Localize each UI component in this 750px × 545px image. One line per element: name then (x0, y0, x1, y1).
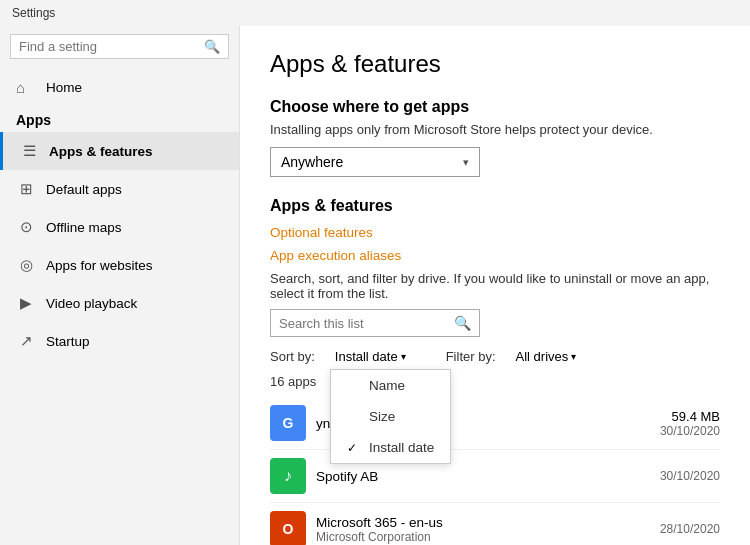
search-sort-description: Search, sort, and filter by drive. If yo… (270, 271, 720, 301)
title-bar: Settings (0, 0, 750, 26)
app-icon-office: O (270, 511, 306, 545)
apps-websites-label: Apps for websites (46, 258, 153, 273)
video-playback-label: Video playback (46, 296, 137, 311)
apps-features-section-title: Apps & features (270, 197, 720, 215)
search-list-box[interactable]: 🔍 (270, 309, 480, 337)
app-publisher-office: Microsoft Corporation (316, 530, 660, 544)
page-title: Apps & features (270, 50, 720, 78)
sidebar-section-label: Apps (0, 106, 239, 132)
app-date-spotify: 30/10/2020 (660, 469, 720, 483)
sidebar: 🔍 ⌂ Home Apps ☰ Apps & features ⊞ Defaul… (0, 26, 240, 545)
app-name-office: Microsoft 365 - en-us (316, 515, 660, 530)
search-list-icon: 🔍 (454, 315, 471, 331)
app-icon-spotify: ♪ (270, 458, 306, 494)
sidebar-item-startup[interactable]: ↗ Startup (0, 322, 239, 360)
sort-by-label: Sort by: (270, 349, 315, 364)
default-apps-label: Default apps (46, 182, 122, 197)
search-box[interactable]: 🔍 (10, 34, 229, 59)
home-icon: ⌂ (16, 79, 36, 96)
optional-features-link[interactable]: Optional features (270, 225, 720, 240)
main-content: Apps & features Choose where to get apps… (240, 26, 750, 545)
apps-features-label: Apps & features (49, 144, 153, 159)
app-icon-drive: G (270, 405, 306, 441)
dropdown-container: Anywhere ▾ (270, 147, 720, 177)
choose-section-title: Choose where to get apps (270, 98, 720, 116)
checkmark-name (347, 379, 361, 393)
app-date-drive: 30/10/2020 (660, 424, 720, 438)
offline-maps-label: Offline maps (46, 220, 122, 235)
apps-websites-icon: ◎ (16, 256, 36, 274)
find-setting-input[interactable] (19, 39, 204, 54)
app-execution-link[interactable]: App execution aliases (270, 248, 720, 263)
app-meta-office: 28/10/2020 (660, 522, 720, 536)
sort-filter-row: Sort by: Install date ▾ Filter by: All d… (270, 349, 720, 364)
app-date-office: 28/10/2020 (660, 522, 720, 536)
apps-source-dropdown[interactable]: Anywhere ▾ (270, 147, 480, 177)
choose-section-description: Installing apps only from Microsoft Stor… (270, 122, 720, 137)
sort-menu-name[interactable]: Name (331, 370, 450, 401)
default-apps-icon: ⊞ (16, 180, 36, 198)
apps-features-icon: ☰ (19, 142, 39, 160)
app-size-drive: 59.4 MB (660, 409, 720, 424)
app-name-spotify: Spotify AB (316, 469, 660, 484)
sidebar-item-default-apps[interactable]: ⊞ Default apps (0, 170, 239, 208)
startup-icon: ↗ (16, 332, 36, 350)
checkmark-install-date: ✓ (347, 441, 361, 455)
title-bar-label: Settings (12, 6, 55, 20)
app-info-office: Microsoft 365 - en-us Microsoft Corporat… (316, 515, 660, 544)
dropdown-value: Anywhere (281, 154, 343, 170)
sort-menu-size[interactable]: Size (331, 401, 450, 432)
sort-by-value[interactable]: Install date ▾ (335, 349, 406, 364)
sidebar-item-home[interactable]: ⌂ Home (0, 69, 239, 106)
sidebar-item-offline-maps[interactable]: ⊙ Offline maps (0, 208, 239, 246)
offline-maps-icon: ⊙ (16, 218, 36, 236)
home-label: Home (46, 80, 82, 95)
checkmark-size (347, 410, 361, 424)
main-layout: 🔍 ⌂ Home Apps ☰ Apps & features ⊞ Defaul… (0, 26, 750, 545)
app-meta-spotify: 30/10/2020 (660, 469, 720, 483)
startup-label: Startup (46, 334, 90, 349)
sidebar-item-apps-websites[interactable]: ◎ Apps for websites (0, 246, 239, 284)
filter-chevron-icon: ▾ (571, 351, 576, 362)
video-playback-icon: ▶ (16, 294, 36, 312)
filter-by-label: Filter by: (446, 349, 496, 364)
filter-by-value[interactable]: All drives ▾ (516, 349, 577, 364)
sidebar-item-apps-features[interactable]: ☰ Apps & features (0, 132, 239, 170)
app-info-spotify: Spotify AB (316, 469, 660, 484)
search-icon[interactable]: 🔍 (204, 39, 220, 54)
search-list-input[interactable] (279, 316, 454, 331)
sort-dropdown-menu: Name Size ✓ Install date (330, 369, 451, 464)
sort-menu-install-date[interactable]: ✓ Install date (331, 432, 450, 463)
sort-chevron-icon: ▾ (401, 351, 406, 362)
sidebar-item-video-playback[interactable]: ▶ Video playback (0, 284, 239, 322)
app-meta-drive: 59.4 MB 30/10/2020 (660, 409, 720, 438)
app-item-office[interactable]: O Microsoft 365 - en-us Microsoft Corpor… (270, 503, 720, 545)
chevron-down-icon: ▾ (463, 156, 469, 169)
